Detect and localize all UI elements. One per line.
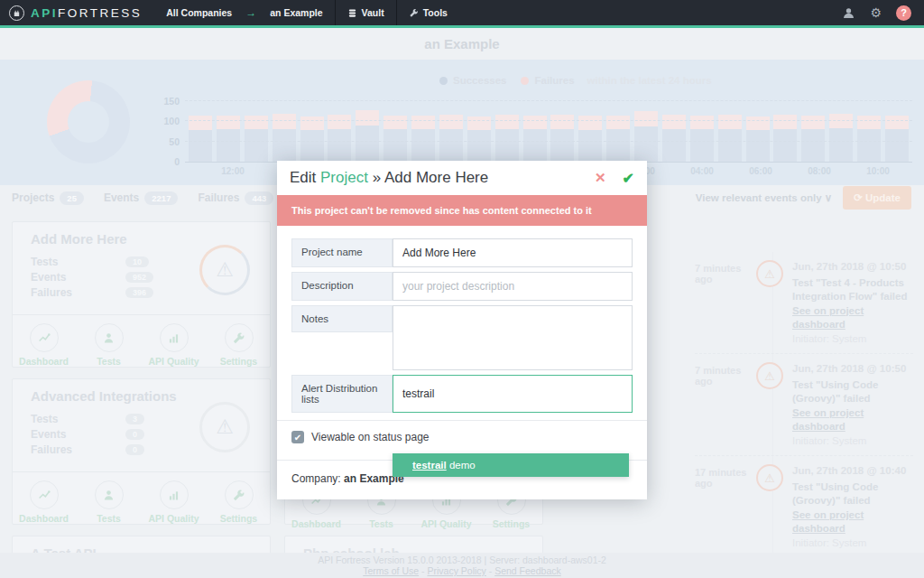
description-row: Description [291,272,633,301]
top-navbar: APIFORTRESS All Companies → an Example V… [0,0,924,25]
apifortress-logo[interactable]: APIFORTRESS [0,5,154,21]
nav-vault[interactable]: Vault [336,0,396,25]
breadcrumb-arrow-icon: → [244,6,258,19]
gear-icon[interactable]: ⚙ [870,5,882,20]
nav-current-company[interactable]: an Example [258,0,334,25]
vault-icon [347,8,357,18]
modal-header: Edit Project » Add More Here ✕ ✔ [277,161,647,195]
modal-warning-banner: This project can't be removed since has … [277,195,647,226]
apifortress-logo-text: APIFORTRESS [31,6,142,20]
status-page-checkbox[interactable]: ✔ [291,431,304,443]
apifortress-logo-icon [9,5,24,21]
wrench-icon [409,8,419,18]
autocomplete-dropdown: testrail demo [393,453,629,477]
accent-divider [0,25,924,28]
user-icon[interactable] [842,6,855,20]
modal-body: Project name Description Notes Alert Dis… [277,226,647,499]
help-icon[interactable]: ? [896,5,911,21]
nav-all-companies[interactable]: All Companies [154,0,244,25]
nav-right-icons: ⚙ ? [842,5,924,21]
alert-lists-input[interactable] [393,375,633,413]
project-name-label: Project name [291,238,393,267]
edit-project-modal: Edit Project » Add More Here ✕ ✔ This pr… [277,161,647,499]
description-label: Description [291,272,393,301]
nav-tools[interactable]: Tools [397,0,459,25]
project-name-row: Project name [291,238,633,267]
notes-row: Notes [291,305,633,370]
description-input[interactable] [393,272,633,301]
notes-textarea[interactable] [393,305,633,370]
notes-label: Notes [291,305,393,332]
status-page-row: ✔ Viewable on status page [291,421,633,452]
app-window: APIFORTRESS All Companies → an Example V… [0,0,924,578]
project-name-input[interactable] [393,238,633,267]
alert-lists-label: Alert Distribution lists [291,375,393,413]
alert-lists-row: Alert Distribution lists [291,375,633,413]
main-nav: All Companies → an Example Vault Tools [154,0,459,25]
status-page-label: Viewable on status page [311,431,430,443]
modal-title: Edit Project » Add More Here [290,169,488,187]
confirm-icon[interactable]: ✔ [623,170,634,187]
close-icon[interactable]: ✕ [595,170,606,186]
dropdown-option-testrail-demo[interactable]: testrail demo [393,453,629,477]
